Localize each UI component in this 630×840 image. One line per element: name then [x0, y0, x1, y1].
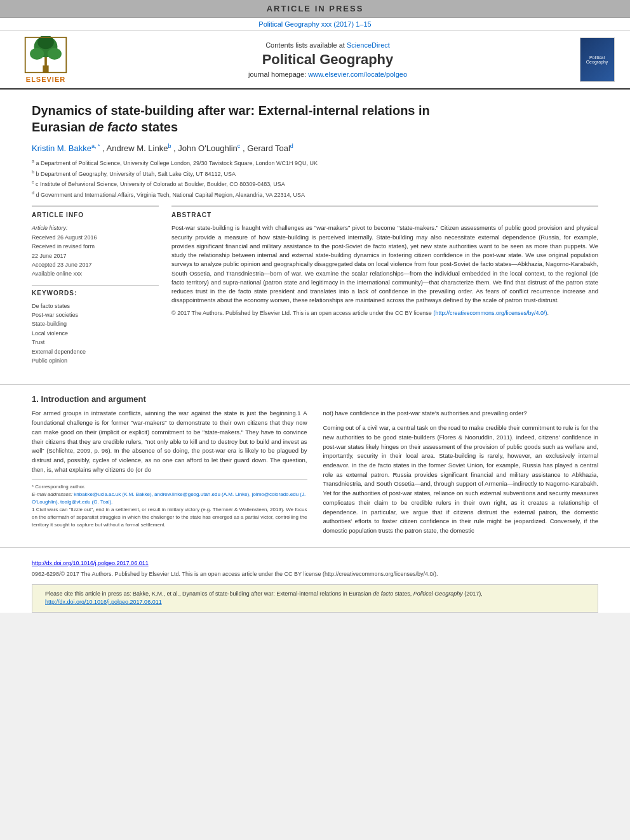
author-linke: , Andrew M. Linke [102, 143, 168, 153]
affiliation-a-text: a Department of Political Science, Unive… [36, 160, 318, 166]
banner-text: ARTICLE IN PRESS [267, 4, 364, 13]
article-info-heading: ARTICLE INFO [32, 211, 159, 218]
bottom-copyright: 0962-6298/© 2017 The Authors. Published … [0, 569, 630, 579]
affiliation-c-text: c Institute of Behavioral Science, Unive… [36, 181, 285, 187]
body-section: 1. Introduction and argument For armed g… [0, 394, 630, 540]
affiliation-b-text: b Department of Geography, University of… [36, 171, 236, 177]
citation-footer: Please cite this article in press as: Ba… [32, 584, 598, 613]
corresponding-note: * Corresponding author. E-mail addresses… [32, 483, 307, 506]
open-access-text: © 2017 The Authors. Published by Elsevie… [171, 310, 432, 316]
copyright-text: 0962-6298/© 2017 The Authors. Published … [32, 571, 438, 577]
keyword-6: External dependence [32, 347, 159, 356]
keyword-7: Public opinion [32, 356, 159, 365]
journal-reference: Political Geography xxx (2017) 1–15 [258, 20, 371, 28]
article-info-box: ARTICLE INFO Article history: Received 2… [32, 206, 159, 365]
journal-cover-container: Political Geography [572, 37, 622, 82]
doi-link[interactable]: http://dx.doi.org/10.1016/j.polgeo.2017.… [32, 560, 149, 566]
elsevier-label: ELSEVIER [26, 76, 65, 83]
article-history: Article history: Received 26 August 2016… [32, 223, 159, 278]
article-title-line3: states [138, 120, 178, 134]
author-oloughlin-sup: c [238, 143, 241, 149]
body-para2-right: Coming out of a civil war, a central tas… [323, 423, 599, 536]
article-title-italic: de facto [89, 120, 138, 134]
para1-text: For armed groups in intrastate conflicts… [32, 410, 307, 472]
keyword-2: Post-war societies [32, 310, 159, 319]
history-label: Article history: [32, 223, 159, 232]
section1-title: 1. Introduction and argument [32, 394, 598, 404]
abstract-text: Post-war state-building is fraught with … [171, 223, 598, 317]
body-col-right: not) have confidence in the post-war sta… [323, 409, 599, 540]
received-date: Received 26 August 2016 [32, 233, 159, 242]
keyword-3: State-building [32, 319, 159, 328]
author-bakke: Kristin M. Bakke [32, 143, 91, 153]
affiliation-d: d d Government and International Affairs… [32, 190, 598, 200]
journal-info-line: Political Geography xxx (2017) 1–15 [0, 18, 630, 31]
article-title-line1: Dynamics of state-building after war: Ex… [32, 103, 430, 117]
body-para1: For armed groups in intrastate conflicts… [32, 409, 307, 474]
header-center: Contents lists available at ScienceDirec… [84, 41, 572, 78]
affiliation-d-text: d Government and International Affairs, … [36, 192, 305, 198]
body-col-left: For armed groups in intrastate conflicts… [32, 409, 307, 540]
affiliations: a a Department of Political Science, Uni… [32, 158, 598, 199]
email-addresses[interactable]: knbakke@ucla.ac.uk (K.M. Bakke), andrew.… [32, 491, 305, 505]
elsevier-logo-container: ELSEVIER [8, 36, 84, 83]
citation-doi-link[interactable]: http://dx.doi.org/10.1016/j.polgeo.2017.… [45, 599, 162, 605]
keyword-1: De facto states [32, 302, 159, 310]
article-title-line2: Eurasian [32, 120, 89, 134]
para1-right-text: not) have confidence in the post-war sta… [323, 410, 527, 417]
abstract-body: Post-war state-building is fraught with … [171, 224, 598, 303]
article-in-press-banner: ARTICLE IN PRESS [0, 0, 630, 18]
author-toal-sup: d [290, 143, 293, 149]
article-info-abstract: ARTICLE INFO Article history: Received 2… [32, 206, 598, 365]
revised-date: 22 June 2017 [32, 251, 159, 260]
footnote-1: 1 Civil wars can "fizzle out", end in a … [32, 506, 307, 529]
abstract-box: ABSTRACT Post-war state-building is frau… [171, 206, 598, 317]
corresponding-text: * Corresponding author. [32, 484, 86, 490]
author-bakke-sup: a, * [91, 143, 100, 149]
homepage-link[interactable]: www.elsevier.com/locate/polgeo [308, 70, 407, 78]
footnote-section: * Corresponding author. E-mail addresses… [32, 479, 307, 529]
footnote1-text: 1 Civil wars can "fizzle out", end in a … [32, 507, 307, 528]
author-linke-sup: b [168, 143, 171, 149]
para2-right-text: Coming out of a civil war, a central tas… [323, 424, 599, 534]
citation-label: Please cite this article in press as: Ba… [45, 590, 483, 606]
email-label-italic: E-mail addresses: [32, 491, 72, 497]
elsevier-logo: ELSEVIER [8, 36, 84, 83]
svg-point-4 [48, 48, 62, 59]
abstract-heading: ABSTRACT [171, 211, 598, 218]
article-title: Dynamics of state-building after war: Ex… [32, 102, 598, 135]
article-content: Dynamics of state-building after war: Ex… [0, 90, 630, 375]
open-access-link[interactable]: (http://creativecommons.org/licenses/by/… [433, 310, 547, 316]
accepted-date: Accepted 23 June 2017 [32, 260, 159, 269]
online-date: Available online xxx [32, 269, 159, 278]
journal-title: Political Geography [84, 51, 572, 68]
authors-line: Kristin M. Bakkea, * , Andrew M. Linkeb … [32, 143, 598, 153]
affiliation-c: c c Institute of Behavioral Science, Uni… [32, 179, 598, 189]
author-oloughlin: , John O'Loughlin [173, 143, 238, 153]
bottom-doi[interactable]: http://dx.doi.org/10.1016/j.polgeo.2017.… [0, 557, 630, 569]
elsevier-tree-icon [20, 36, 71, 74]
abstract-col: ABSTRACT Post-war state-building is frau… [171, 206, 598, 365]
affiliation-a: a a Department of Political Science, Uni… [32, 158, 598, 168]
sciencedirect-line: Contents lists available at ScienceDirec… [84, 41, 572, 49]
open-access-end: . [547, 310, 549, 316]
svg-point-3 [30, 48, 44, 59]
author-toal: , Gerard Toal [243, 143, 290, 153]
sciencedirect-link[interactable]: ScienceDirect [347, 41, 390, 49]
sciencedirect-label: Contents lists available at [265, 41, 345, 49]
keywords-section: Keywords: De facto states Post-war socie… [32, 285, 159, 366]
revised-label: Received in revised form [32, 242, 159, 251]
keyword-5: Trust [32, 338, 159, 347]
email-label: E-mail addresses: knbakke@ucla.ac.uk (K.… [32, 491, 305, 505]
homepage-label: journal homepage: [248, 70, 306, 78]
homepage-line: journal homepage: www.elsevier.com/locat… [84, 70, 572, 78]
journal-cover: Political Geography [580, 37, 615, 82]
affiliation-b: b b Department of Geography, University … [32, 169, 598, 179]
journal-cover-text: Political Geography [582, 55, 612, 64]
body-para1-right: not) have confidence in the post-war sta… [323, 409, 599, 418]
keyword-4: Local violence [32, 329, 159, 338]
journal-header: ELSEVIER Contents lists available at Sci… [0, 31, 630, 90]
body-two-col: For armed groups in intrastate conflicts… [32, 409, 598, 540]
open-access-note: © 2017 The Authors. Published by Elsevie… [171, 309, 598, 318]
article-info-col: ARTICLE INFO Article history: Received 2… [32, 206, 159, 365]
